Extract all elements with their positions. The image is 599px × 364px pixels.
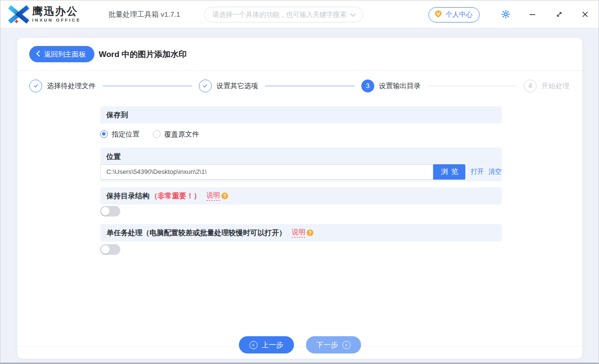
single-task-toggle-row <box>100 241 502 255</box>
radio-label: 指定位置 <box>112 130 139 139</box>
step-label: 选择待处理文件 <box>47 81 96 91</box>
step-done-check-icon <box>199 80 212 92</box>
question-badge-icon[interactable]: ? <box>307 229 313 236</box>
minimize-button[interactable] <box>526 9 539 21</box>
next-step-button[interactable]: 下一步 › <box>306 336 361 353</box>
save-to-options: 指定位置 覆盖原文件 <box>100 124 502 145</box>
titlebar: 鹰迅办公 INXUN OFFICE 批量处理工具箱 v1.7.1 请选择一个具体… <box>0 0 599 28</box>
radio-selected-icon[interactable] <box>100 130 108 138</box>
maximize-icon <box>555 11 563 20</box>
single-task-section-header: 单任务处理（电脑配置较差或批量处理较慢时可以打开） 说明 ? <box>100 224 502 241</box>
keep-structure-section-header: 保持目录结构 （非常重要！） 说明 ? <box>100 187 502 205</box>
question-badge-icon[interactable]: ? <box>221 193 228 199</box>
keep-structure-warning: （非常重要！） <box>150 192 201 201</box>
single-task-title: 单任务处理（电脑配置较差或批量处理较慢时可以打开） <box>106 228 286 238</box>
close-button[interactable] <box>579 9 591 21</box>
function-select[interactable]: 请选择一个具体的功能，也可输入关键字搜索！ <box>204 7 363 23</box>
prev-step-label: 上一步 <box>262 341 283 350</box>
toggle-knob <box>101 207 110 216</box>
open-folder-link[interactable]: 打开 <box>471 168 484 176</box>
single-task-toggle[interactable] <box>100 244 120 255</box>
step-select-files: 选择待处理文件 <box>29 80 96 92</box>
radio-unselected-icon[interactable] <box>153 130 161 138</box>
step-label: 开始处理 <box>541 81 569 91</box>
minimize-icon <box>529 11 536 20</box>
step-start-processing: 4 开始处理 <box>524 80 569 92</box>
page-title: Word 中的图片添加水印 <box>99 49 187 60</box>
keep-structure-help-link[interactable]: 说明 <box>207 191 220 201</box>
step-connector <box>427 86 517 86</box>
panel-header: 返回到主面板 Word 中的图片添加水印 <box>17 38 582 71</box>
output-path-input[interactable] <box>100 164 433 180</box>
prev-step-button[interactable]: ‹ 上一步 <box>239 336 294 353</box>
toggle-knob <box>101 245 110 254</box>
form-content: 保存到 指定位置 覆盖原文件 位置 浏览 打开 清空 <box>17 101 582 255</box>
clear-path-link[interactable]: 清空 <box>488 168 502 176</box>
step-connector <box>265 86 355 86</box>
user-center-label: 个人中心 <box>446 11 472 19</box>
next-step-label: 下一步 <box>316 341 338 350</box>
radio-overwrite-original[interactable]: 覆盖原文件 <box>153 130 199 139</box>
keep-structure-toggle-row <box>100 205 502 224</box>
app-window: 鹰迅办公 INXUN OFFICE 批量处理工具箱 v1.7.1 请选择一个具体… <box>0 0 599 364</box>
browse-button[interactable]: 浏览 <box>433 164 465 180</box>
logo-icon <box>8 4 29 25</box>
location-input-row: 浏览 打开 清空 <box>100 164 502 180</box>
chevron-left-circle-icon: ‹ <box>249 341 257 349</box>
function-select-placeholder: 请选择一个具体的功能，也可输入关键字搜索！ <box>212 11 347 19</box>
close-icon <box>581 11 589 20</box>
brand: 鹰迅办公 INXUN OFFICE <box>8 4 81 25</box>
single-task-help-link[interactable]: 说明 <box>292 228 305 238</box>
save-to-section-header: 保存到 <box>100 106 502 124</box>
gear-icon <box>501 9 511 21</box>
chevron-right-circle-icon: › <box>342 341 350 349</box>
location-section: 位置 浏览 打开 清空 <box>100 148 502 182</box>
brand-name: 鹰迅办公 <box>32 6 81 17</box>
radio-specified-location[interactable]: 指定位置 <box>100 130 139 139</box>
settings-button[interactable] <box>499 9 512 21</box>
app-title: 批量处理工具箱 v1.7.1 <box>108 0 180 28</box>
step-output-dir: 3 设置输出目录 <box>361 80 421 92</box>
back-button-label: 返回到主面板 <box>44 50 86 59</box>
keep-structure-title: 保持目录结构 <box>106 192 150 201</box>
step-other-options: 设置其它选项 <box>199 80 258 92</box>
chevron-left-icon <box>36 50 40 58</box>
step-indicator: 选择待处理文件 设置其它选项 3 设置输出目录 4 开始处理 <box>17 71 582 101</box>
brand-subname: INXUN OFFICE <box>32 18 81 23</box>
main-panel: 返回到主面板 Word 中的图片添加水印 选择待处理文件 设置其它选项 3 <box>17 38 582 359</box>
step-label: 设置输出目录 <box>379 81 421 91</box>
step-number: 3 <box>361 80 374 92</box>
user-center-button[interactable]: 个人中心 <box>428 7 480 23</box>
back-button[interactable]: 返回到主面板 <box>29 46 94 62</box>
step-connector <box>103 86 192 86</box>
step-done-check-icon <box>29 80 42 92</box>
footer-buttons: ‹ 上一步 下一步 › <box>239 336 361 353</box>
chevron-down-icon <box>347 11 356 19</box>
step-label: 设置其它选项 <box>217 81 258 91</box>
step-number: 4 <box>524 80 537 92</box>
maximize-button[interactable] <box>553 9 565 21</box>
radio-label: 覆盖原文件 <box>164 130 199 139</box>
location-section-header: 位置 <box>100 148 502 164</box>
keep-structure-toggle[interactable] <box>100 206 120 216</box>
vip-badge-icon <box>434 10 443 21</box>
